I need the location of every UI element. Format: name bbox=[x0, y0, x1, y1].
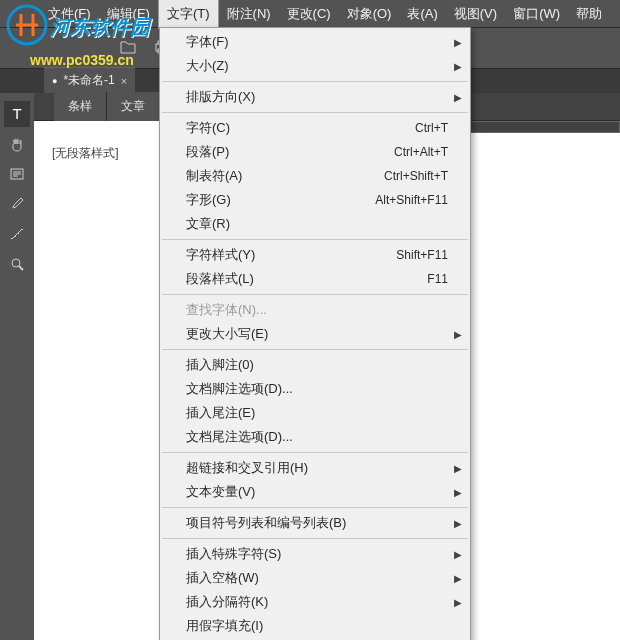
chevron-right-icon: ▶ bbox=[454, 597, 462, 608]
menu-item-label: 字符(C) bbox=[186, 119, 415, 137]
menu-item-2-4[interactable]: 文章(R) bbox=[160, 212, 470, 236]
chevron-right-icon: ▶ bbox=[454, 549, 462, 560]
chevron-right-icon: ▶ bbox=[454, 92, 462, 103]
chevron-right-icon: ▶ bbox=[454, 518, 462, 529]
watermark-text: 河东软件园 bbox=[50, 14, 150, 41]
menu-item-label: 制表符(A) bbox=[186, 167, 384, 185]
menubar-item-4[interactable]: 更改(C) bbox=[279, 0, 339, 28]
menu-separator bbox=[162, 294, 468, 295]
menu-item-5-2[interactable]: 插入尾注(E) bbox=[160, 401, 470, 425]
left-toolbar: T bbox=[0, 93, 34, 640]
document-tab-label: *未命名-1 bbox=[63, 72, 114, 89]
menubar-item-3[interactable]: 附注(N) bbox=[219, 0, 279, 28]
menu-item-2-3[interactable]: 字形(G)Alt+Shift+F11 bbox=[160, 188, 470, 212]
menu-item-label: 项目符号列表和编号列表(B) bbox=[186, 514, 448, 532]
menu-item-label: 文本变量(V) bbox=[186, 483, 448, 501]
watermark-url: www.pc0359.cn bbox=[30, 52, 134, 68]
menubar-item-2[interactable]: 文字(T) bbox=[158, 0, 219, 29]
menu-item-5-0[interactable]: 插入脚注(0) bbox=[160, 353, 470, 377]
menu-item-4-0: 查找字体(N)... bbox=[160, 298, 470, 322]
menu-item-6-0[interactable]: 超链接和交叉引用(H)▶ bbox=[160, 456, 470, 480]
menu-item-label: 查找字体(N)... bbox=[186, 301, 448, 319]
menu-item-6-1[interactable]: 文本变量(V)▶ bbox=[160, 480, 470, 504]
menu-item-label: 大小(Z) bbox=[186, 57, 448, 75]
menu-item-label: 插入尾注(E) bbox=[186, 404, 448, 422]
menubar-item-7[interactable]: 视图(V) bbox=[446, 0, 505, 28]
menu-item-3-1[interactable]: 段落样式(L)F11 bbox=[160, 267, 470, 291]
menu-separator bbox=[162, 507, 468, 508]
menu-item-shortcut: Ctrl+T bbox=[415, 121, 448, 135]
text-tool-icon[interactable]: T bbox=[4, 101, 30, 127]
measure-tool-icon[interactable] bbox=[4, 221, 30, 247]
menu-item-8-2[interactable]: 插入分隔符(K)▶ bbox=[160, 590, 470, 614]
menu-item-2-0[interactable]: 字符(C)Ctrl+T bbox=[160, 116, 470, 140]
chevron-right-icon: ▶ bbox=[454, 487, 462, 498]
svg-point-9 bbox=[12, 259, 20, 267]
menu-item-7-0[interactable]: 项目符号列表和编号列表(B)▶ bbox=[160, 511, 470, 535]
hand-tool-icon[interactable] bbox=[4, 131, 30, 157]
menu-item-label: 插入空格(W) bbox=[186, 569, 448, 587]
eyedropper-tool-icon[interactable] bbox=[4, 191, 30, 217]
menu-separator bbox=[162, 112, 468, 113]
menu-item-label: 段落样式(L) bbox=[186, 270, 427, 288]
menu-separator bbox=[162, 349, 468, 350]
menu-item-2-1[interactable]: 段落(P)Ctrl+Alt+T bbox=[160, 140, 470, 164]
menu-item-shortcut: Ctrl+Shift+T bbox=[384, 169, 448, 183]
menu-item-8-0[interactable]: 插入特殊字符(S)▶ bbox=[160, 542, 470, 566]
menu-separator bbox=[162, 538, 468, 539]
sub-tab-1[interactable]: 文章 bbox=[107, 92, 160, 121]
menu-item-5-3[interactable]: 文档尾注选项(D)... bbox=[160, 425, 470, 449]
menu-item-shortcut: F11 bbox=[427, 272, 448, 286]
chevron-right-icon: ▶ bbox=[454, 61, 462, 72]
document-tab[interactable]: *未命名-1 × bbox=[44, 67, 135, 93]
menu-separator bbox=[162, 452, 468, 453]
menu-item-label: 插入脚注(0) bbox=[186, 356, 448, 374]
menubar-item-6[interactable]: 表(A) bbox=[399, 0, 445, 28]
menu-separator bbox=[162, 81, 468, 82]
menubar-item-8[interactable]: 窗口(W) bbox=[505, 0, 568, 28]
menu-item-0-0[interactable]: 字体(F)▶ bbox=[160, 30, 470, 54]
note-tool-icon[interactable] bbox=[4, 161, 30, 187]
menu-item-label: 插入分隔符(K) bbox=[186, 593, 448, 611]
menu-item-label: 更改大小写(E) bbox=[186, 325, 448, 343]
close-tab-icon[interactable]: × bbox=[121, 75, 127, 87]
menu-item-shortcut: Shift+F11 bbox=[396, 248, 448, 262]
menu-item-label: 排版方向(X) bbox=[186, 88, 448, 106]
menu-item-label: 文章(R) bbox=[186, 215, 448, 233]
menu-item-4-1[interactable]: 更改大小写(E)▶ bbox=[160, 322, 470, 346]
menu-item-label: 用假字填充(I) bbox=[186, 617, 448, 635]
menu-item-label: 字体(F) bbox=[186, 33, 448, 51]
menubar-item-9[interactable]: 帮助 bbox=[568, 0, 610, 28]
chevron-right-icon: ▶ bbox=[454, 37, 462, 48]
menu-item-8-1[interactable]: 插入空格(W)▶ bbox=[160, 566, 470, 590]
watermark-logo bbox=[6, 4, 48, 46]
svg-line-10 bbox=[19, 266, 23, 270]
menu-item-label: 字符样式(Y) bbox=[186, 246, 396, 264]
menu-item-shortcut: Ctrl+Alt+T bbox=[394, 145, 448, 159]
zoom-tool-icon[interactable] bbox=[4, 251, 30, 277]
sub-tab-0[interactable]: 条样 bbox=[54, 92, 107, 121]
menu-item-label: 字形(G) bbox=[186, 191, 375, 209]
menu-item-5-1[interactable]: 文档脚注选项(D)... bbox=[160, 377, 470, 401]
chevron-right-icon: ▶ bbox=[454, 573, 462, 584]
menu-item-label: 超链接和交叉引用(H) bbox=[186, 459, 448, 477]
menu-item-0-1[interactable]: 大小(Z)▶ bbox=[160, 54, 470, 78]
right-panel-edge bbox=[470, 121, 620, 133]
menu-item-shortcut: Alt+Shift+F11 bbox=[375, 193, 448, 207]
chevron-right-icon: ▶ bbox=[454, 329, 462, 340]
text-menu-dropdown: 字体(F)▶大小(Z)▶排版方向(X)▶字符(C)Ctrl+T段落(P)Ctrl… bbox=[159, 27, 471, 640]
menu-item-label: 文档脚注选项(D)... bbox=[186, 380, 448, 398]
menu-item-1-0[interactable]: 排版方向(X)▶ bbox=[160, 85, 470, 109]
menu-item-label: 段落(P) bbox=[186, 143, 394, 161]
menu-item-8-3[interactable]: 用假字填充(I) bbox=[160, 614, 470, 638]
chevron-right-icon: ▶ bbox=[454, 463, 462, 474]
menu-item-3-0[interactable]: 字符样式(Y)Shift+F11 bbox=[160, 243, 470, 267]
menu-separator bbox=[162, 239, 468, 240]
menu-item-label: 插入特殊字符(S) bbox=[186, 545, 448, 563]
menubar-item-5[interactable]: 对象(O) bbox=[339, 0, 400, 28]
menu-item-2-2[interactable]: 制表符(A)Ctrl+Shift+T bbox=[160, 164, 470, 188]
menu-item-label: 文档尾注选项(D)... bbox=[186, 428, 448, 446]
svg-text:T: T bbox=[12, 106, 21, 122]
